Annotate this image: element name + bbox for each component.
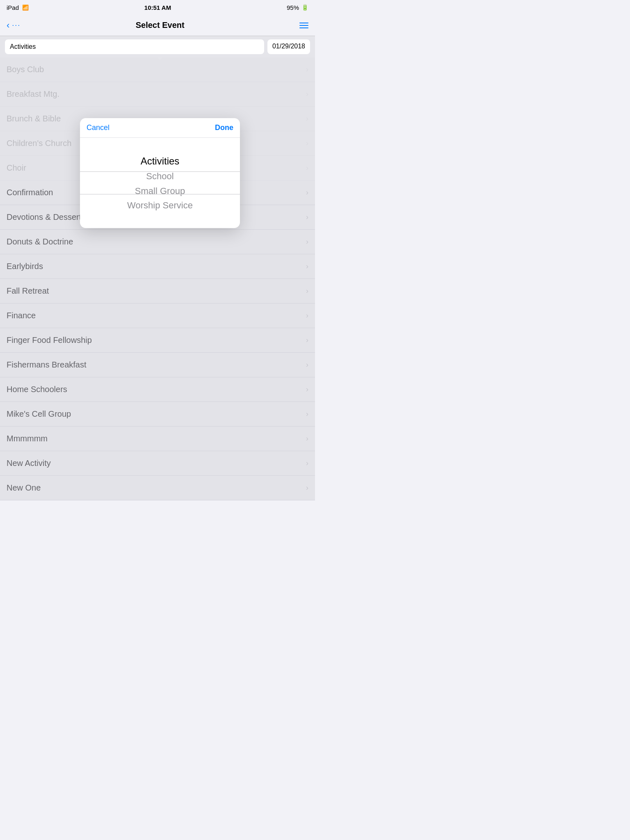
back-button[interactable]: ‹ <box>7 20 9 31</box>
picker-drum[interactable]: Activities School Small Group Worship Se… <box>80 138 240 228</box>
carrier-label: iPad <box>7 4 19 11</box>
nav-bar: ‹ ··· Select Event <box>0 15 315 36</box>
date-filter[interactable]: 01/29/2018 <box>267 39 310 54</box>
hamburger-line3 <box>299 27 308 28</box>
picker-modal: Cancel Done Activities School Small Grou… <box>80 118 240 228</box>
picker-toolbar: Cancel Done <box>80 118 240 138</box>
picker-item-selected[interactable]: Activities <box>80 153 240 169</box>
status-left: iPad 📶 <box>7 4 29 11</box>
picker-item-worship[interactable]: Worship Service <box>80 198 240 212</box>
dots-button[interactable]: ··· <box>12 21 21 30</box>
status-bar: iPad 📶 10:51 AM 95% 🔋 <box>0 0 315 15</box>
category-input[interactable] <box>5 39 264 54</box>
hamburger-line2 <box>299 25 308 26</box>
status-time: 10:51 AM <box>144 4 171 11</box>
wifi-icon: 📶 <box>22 5 29 11</box>
menu-button[interactable] <box>299 23 308 28</box>
page-title: Select Event <box>136 21 185 30</box>
status-right: 95% 🔋 <box>287 4 308 11</box>
battery-label: 95% <box>287 4 299 11</box>
picker-caret <box>156 55 164 60</box>
nav-left: ‹ ··· <box>7 20 21 31</box>
picker-done-button[interactable]: Done <box>215 123 233 132</box>
picker-cancel-button[interactable]: Cancel <box>87 123 110 132</box>
list-container: Cancel Done Activities School Small Grou… <box>0 57 315 500</box>
picker-item-small-group[interactable]: Small Group <box>80 184 240 198</box>
battery-icon: 🔋 <box>301 4 308 11</box>
hamburger-line1 <box>299 23 308 23</box>
picker-item-school[interactable]: School <box>80 169 240 183</box>
filter-row: 01/29/2018 <box>0 36 315 57</box>
